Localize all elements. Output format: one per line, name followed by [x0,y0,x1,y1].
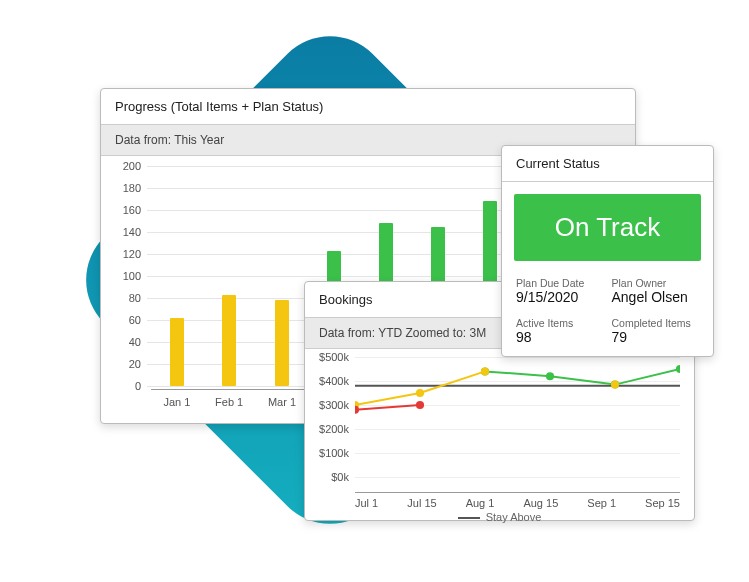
due-date-label: Plan Due Date [516,277,604,289]
active-label: Active Items [516,317,604,329]
line-y-tick: $400k [313,375,349,387]
line-series [485,369,680,385]
legend-label: Stay Above [486,511,542,523]
bar-y-tick: 80 [113,292,141,304]
completed-label: Completed Items [612,317,700,329]
bar-y-tick: 60 [113,314,141,326]
data-point [416,401,424,409]
line-chart: $0k$100k$200k$300k$400k$500k Jul 1Jul 15… [305,349,694,509]
line-x-tick: Sep 1 [587,497,616,509]
bar-y-tick: 200 [113,160,141,172]
owner-label: Plan Owner [612,277,700,289]
bar-group [151,318,203,386]
line-y-tick: $0k [313,471,349,483]
status-grid: Plan Due Date 9/15/2020 Plan Owner Angel… [502,273,713,365]
line-y-tick: $300k [313,399,349,411]
bar [275,300,289,386]
bar-y-tick: 20 [113,358,141,370]
line-svg [355,357,680,477]
bar-y-tick: 140 [113,226,141,238]
bar-group [203,295,255,386]
data-point [546,372,554,380]
legend-swatch [458,517,480,519]
line-x-tick: Aug 15 [523,497,558,509]
bar-y-tick: 40 [113,336,141,348]
bar-x-tick: Feb 1 [215,396,243,408]
data-point [676,365,680,373]
data-point [416,389,424,397]
line-y-tick: $200k [313,423,349,435]
bar-y-tick: 120 [113,248,141,260]
bar-y-tick: 0 [113,380,141,392]
due-date-value: 9/15/2020 [516,289,604,305]
bar-group [255,300,307,386]
bookings-legend: Stay Above [305,509,694,529]
line-series [355,405,420,410]
line-y-tick: $100k [313,447,349,459]
data-point [481,367,489,375]
bar-y-tick: 180 [113,182,141,194]
bar-y-tick: 100 [113,270,141,282]
progress-title: Progress (Total Items + Plan Status) [101,89,635,125]
line-x-tick: Sep 15 [645,497,680,509]
bar-x-tick: Jan 1 [163,396,190,408]
active-value: 98 [516,329,604,345]
line-gridline [355,477,680,478]
owner-value: Angel Olsen [612,289,700,305]
line-y-tick: $500k [313,351,349,363]
data-point [611,381,619,389]
line-x-axis: Jul 1Jul 15Aug 1Aug 15Sep 1Sep 15 [355,492,680,509]
completed-value: 79 [612,329,700,345]
line-x-tick: Jul 1 [355,497,378,509]
bar-y-tick: 160 [113,204,141,216]
bar [222,295,236,386]
status-title: Current Status [502,146,713,182]
bar [170,318,184,386]
status-card: Current Status On Track Plan Due Date 9/… [501,145,714,357]
line-series [355,371,485,405]
status-banner: On Track [514,194,701,261]
line-x-tick: Aug 1 [466,497,495,509]
line-x-tick: Jul 15 [407,497,436,509]
bar-x-tick: Mar 1 [268,396,296,408]
